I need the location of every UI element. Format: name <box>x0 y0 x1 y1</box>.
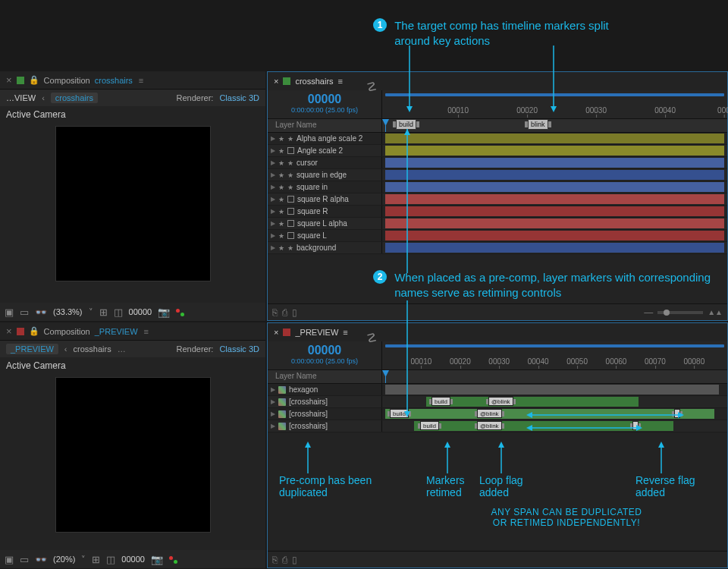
comp2-zoom[interactable]: (20%) <box>53 555 75 564</box>
color-dots-icon[interactable] <box>169 555 178 564</box>
layer-marker[interactable]: @blink <box>488 397 513 406</box>
layer-row[interactable]: ▶ ★ square R alpha <box>268 193 727 206</box>
layer-row[interactable]: ▶ [crosshairs] build@blink <box>268 408 727 420</box>
camera-icon[interactable]: 📷 <box>151 554 163 565</box>
tl1-ruler[interactable]: 00010 00020 00030 00040 000 <box>382 95 727 115</box>
comp1-zoom[interactable]: (33.3%) <box>53 307 83 316</box>
close-icon[interactable]: × <box>274 77 278 86</box>
toggle-switches-icon[interactable]: ⎘ <box>272 307 278 318</box>
lock-icon[interactable]: 🔒 <box>29 326 39 336</box>
layer-marker[interactable]: @blink <box>477 421 502 430</box>
layer-row[interactable]: ▶ ★ ★ square in <box>268 181 727 193</box>
comp1-tab[interactable]: × 🔒 Composition crosshairs ≡ <box>0 71 265 90</box>
layer-bar-area[interactable] <box>381 157 727 168</box>
layer-bar[interactable] <box>385 385 719 395</box>
layer-bar[interactable] <box>385 206 724 216</box>
layer-row[interactable]: ▶ ★ square R <box>268 206 727 218</box>
layer-bar[interactable] <box>385 134 724 143</box>
comp2-tab[interactable]: × 🔒 Composition _PREVIEW ≡ <box>0 322 265 341</box>
comp1-bc-pre[interactable]: …VIEW <box>6 93 36 102</box>
disclosure-icon[interactable]: ▶ <box>271 171 275 178</box>
layer-bar-area[interactable] <box>381 145 727 156</box>
layer-bar[interactable] <box>385 182 724 192</box>
comp1-camera[interactable]: Active Camera <box>0 106 265 123</box>
layer-bar[interactable] <box>385 146 724 156</box>
tl2-playhead[interactable] <box>385 370 386 383</box>
layer-bar-area[interactable] <box>381 384 727 395</box>
comp2-renderer-val[interactable]: Classic 3D <box>219 344 259 354</box>
tl2-ruler[interactable]: 0001000020000300004000050000600007000080 <box>382 346 727 366</box>
tl1-tab[interactable]: × crosshairs ≡ <box>268 72 727 90</box>
grid-icon[interactable]: ⊞ <box>99 307 108 318</box>
tl2-timecode[interactable]: 00000 <box>275 344 374 357</box>
disclosure-icon[interactable]: ▶ <box>271 244 275 251</box>
layer-bar[interactable] <box>385 218 724 228</box>
close-icon[interactable]: × <box>6 74 12 86</box>
crop-icon[interactable]: ◫ <box>106 554 115 565</box>
tl2-tab[interactable]: × _PREVIEW ≡ <box>268 323 727 341</box>
tl1-ruler-area[interactable]: 00010 00020 00030 00040 000 <box>381 90 727 118</box>
comp1-footer-tc[interactable]: 00000 <box>129 307 152 316</box>
disclosure-icon[interactable]: ▶ <box>271 135 275 142</box>
layer-row[interactable]: ▶ ★ square L <box>268 230 727 242</box>
zoom-in-icon[interactable]: ▲▲ <box>708 308 723 316</box>
display-icon[interactable]: ▭ <box>20 554 29 565</box>
layer-bar-area[interactable]: build@blink <box>381 420 727 432</box>
disclosure-icon[interactable]: ▶ <box>271 159 275 166</box>
layer-marker[interactable] <box>674 409 680 418</box>
comp-marker-build[interactable]: build <box>396 119 416 130</box>
layer-marker[interactable]: @blink <box>477 409 502 418</box>
tl1-playhead[interactable] <box>385 119 386 132</box>
lock-icon[interactable]: 🔒 <box>29 75 39 85</box>
comp-marker-blink[interactable]: blink <box>528 119 548 130</box>
layer-row[interactable]: ▶ hexagon <box>268 384 727 396</box>
layer-bar-area[interactable]: build@blink <box>381 396 727 407</box>
zoom-out-icon[interactable]: — <box>644 307 653 318</box>
layer-bar[interactable] <box>385 170 724 180</box>
layer-row[interactable]: ▶ ★ square L alpha <box>268 218 727 230</box>
tl1-zoom-slider[interactable] <box>657 311 703 314</box>
comp1-canvas[interactable] <box>55 126 211 281</box>
disclosure-icon[interactable]: ▶ <box>271 147 275 154</box>
layer-bar-area[interactable] <box>381 242 727 253</box>
tl2-ruler-area[interactable]: 0001000020000300004000050000600007000080 <box>381 341 727 369</box>
disclosure-icon[interactable]: ▶ <box>271 208 275 215</box>
disclosure-icon[interactable]: ▶ <box>271 423 275 429</box>
layer-marker[interactable]: build <box>420 421 439 430</box>
layer-bar-area[interactable] <box>381 193 727 205</box>
comp2-bc-cur[interactable]: _PREVIEW <box>6 344 58 354</box>
display-icon[interactable]: ▭ <box>20 307 29 318</box>
close-icon[interactable]: × <box>6 325 12 337</box>
disclosure-icon[interactable]: ▶ <box>271 398 275 405</box>
disclosure-icon[interactable]: ▶ <box>271 196 275 203</box>
panel-menu-icon[interactable]: ≡ <box>144 327 149 336</box>
grid-icon[interactable]: ⊞ <box>92 554 100 565</box>
toggle-switches-icon[interactable]: ⎘ <box>272 555 278 565</box>
shy-icon[interactable]: ☡ <box>366 80 377 94</box>
layer-bar-area[interactable] <box>381 230 727 241</box>
camera-icon[interactable]: 📷 <box>158 307 170 318</box>
layer-marker[interactable] <box>632 421 639 430</box>
tl1-marker-row[interactable]: build blink <box>381 119 727 132</box>
disclosure-icon[interactable]: ▶ <box>271 184 275 190</box>
layer-bar-area[interactable] <box>381 218 727 229</box>
color-dots-icon[interactable] <box>176 307 185 316</box>
magnify-icon[interactable]: ▣ <box>5 554 14 565</box>
layer-row[interactable]: ▶ ★ Angle scale 2 <box>268 145 727 157</box>
layer-bar[interactable] <box>385 158 724 168</box>
panel-menu-icon[interactable]: ≡ <box>343 328 347 337</box>
comp2-bc-next[interactable]: crosshairs <box>74 344 111 354</box>
panel-menu-icon[interactable]: ≡ <box>139 76 143 85</box>
layer-bar-area[interactable] <box>381 169 727 181</box>
frame-blend-icon[interactable]: ▯ <box>292 307 297 318</box>
chev-down-icon[interactable]: ˅ <box>89 307 93 317</box>
layer-row[interactable]: ▶ ★ ★ background <box>268 242 727 254</box>
goggles-icon[interactable]: 👓 <box>35 307 47 318</box>
close-icon[interactable]: × <box>274 328 278 337</box>
layer-row[interactable]: ▶ ★ ★ Alpha angle scale 2 <box>268 133 727 145</box>
frame-blend-icon[interactable]: ▯ <box>292 555 297 565</box>
layer-bar[interactable] <box>385 409 714 419</box>
goggles-icon[interactable]: 👓 <box>35 554 47 565</box>
layer-bar-area[interactable]: build@blink <box>381 408 727 420</box>
disclosure-icon[interactable]: ▶ <box>271 220 275 227</box>
